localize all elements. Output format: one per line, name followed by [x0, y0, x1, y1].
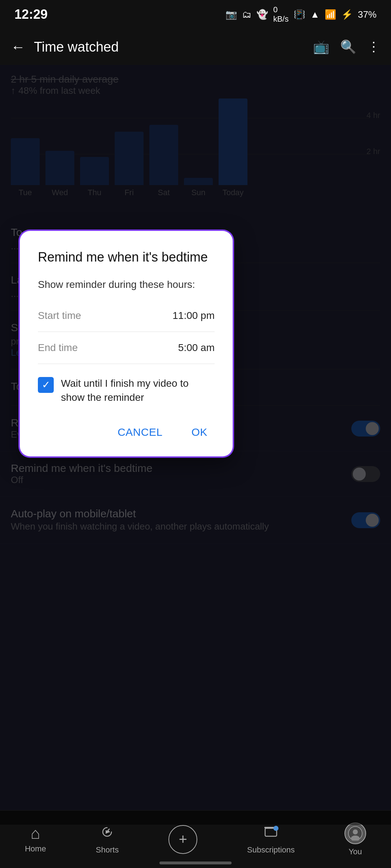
you-avatar: [344, 823, 366, 844]
ok-button[interactable]: OK: [184, 422, 215, 442]
checkbox-divider: [38, 364, 215, 364]
checkbox-label: Wait until I finish my video to show the…: [61, 376, 215, 404]
box-icon: 🗂: [242, 9, 251, 20]
nav-home[interactable]: ⌂ Home: [25, 825, 46, 854]
page-title: Time watched: [34, 39, 304, 55]
nav-subscriptions[interactable]: Subscriptions: [247, 824, 295, 855]
header-actions: 📺 🔍 ⋮: [313, 39, 380, 54]
nav-add[interactable]: +: [168, 825, 197, 854]
checkmark-icon: ✓: [42, 379, 50, 391]
start-time-label: Start time: [38, 310, 81, 321]
wait-checkbox[interactable]: ✓: [38, 377, 54, 393]
dialog-title: Remind me when it's bedtime: [38, 249, 215, 266]
home-label: Home: [25, 844, 46, 854]
home-indicator: [159, 862, 232, 864]
cast-icon[interactable]: 📺: [313, 39, 329, 54]
add-icon[interactable]: +: [168, 825, 197, 854]
signal-icon: 📶: [325, 9, 336, 20]
status-icons: 📷 🗂 👻 0kB/s 📳 ▲ 📶 ⚡ 37%: [225, 5, 377, 24]
main-content: 2 hr 5 min daily average ↑ 48% from last…: [0, 65, 391, 825]
instagram-icon: 📷: [225, 9, 237, 20]
end-time-value: 5:00 am: [178, 342, 215, 354]
checkbox-row: ✓ Wait until I finish my video to show t…: [38, 365, 215, 415]
vibrate-icon: 📳: [294, 9, 305, 20]
app-header: ← Time watched 📺 🔍 ⋮: [0, 29, 391, 65]
nav-shorts[interactable]: Shorts: [96, 824, 119, 855]
status-time: 12:29: [14, 7, 48, 22]
start-time-row[interactable]: Start time 11:00 pm: [38, 301, 215, 330]
data-icon: 0kB/s: [273, 5, 289, 24]
subscriptions-icon: [263, 824, 279, 842]
end-time-row[interactable]: End time 5:00 am: [38, 333, 215, 362]
search-icon[interactable]: 🔍: [340, 39, 356, 54]
wifi-icon: ▲: [310, 9, 320, 20]
back-button[interactable]: ←: [11, 39, 25, 55]
svg-point-5: [353, 829, 358, 834]
dialog-subtitle: Show reminder during these hours:: [38, 279, 215, 290]
shorts-icon: [99, 824, 115, 842]
svg-point-3: [273, 826, 278, 831]
cancel-button[interactable]: Cancel: [110, 422, 170, 442]
end-time-label: End time: [38, 342, 78, 354]
battery-level: 37%: [358, 9, 377, 20]
you-label: You: [348, 847, 362, 856]
subscriptions-label: Subscriptions: [247, 845, 295, 855]
more-icon[interactable]: ⋮: [367, 39, 380, 54]
nav-you[interactable]: You: [344, 823, 366, 856]
shorts-label: Shorts: [96, 845, 119, 855]
dialog-actions: Cancel OK: [38, 415, 215, 442]
snapchat-icon: 👻: [256, 9, 268, 20]
time-divider: [38, 332, 215, 332]
status-bar: 12:29 📷 🗂 👻 0kB/s 📳 ▲ 📶 ⚡ 37%: [0, 0, 391, 29]
start-time-value: 11:00 pm: [172, 310, 215, 321]
dialog: Remind me when it's bedtime Show reminde…: [20, 231, 233, 456]
home-icon: ⌂: [31, 825, 40, 841]
battery-icon: ⚡: [341, 9, 353, 20]
